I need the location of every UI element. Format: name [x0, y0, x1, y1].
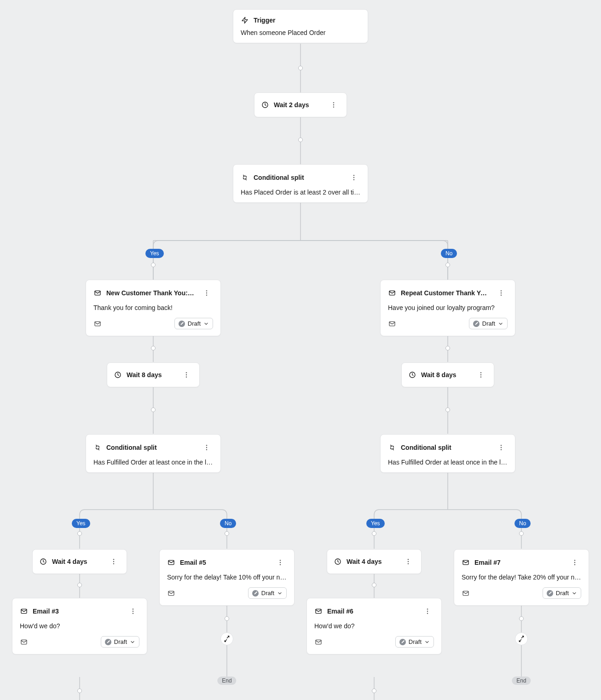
chevron-down-icon: [277, 591, 283, 596]
svg-point-40: [480, 376, 481, 377]
add-step-dot[interactable]: [445, 346, 450, 350]
svg-marker-15: [242, 17, 248, 23]
more-button[interactable]: [127, 605, 139, 618]
svg-point-25: [206, 293, 207, 293]
svg-point-20: [353, 175, 354, 176]
mail-icon: [314, 638, 323, 646]
more-button[interactable]: [495, 441, 508, 454]
clock-icon: [408, 371, 416, 379]
email-card-repeat-customer[interactable]: Repeat Customer Thank You:… Have you joi…: [380, 280, 515, 336]
more-button[interactable]: [327, 98, 340, 111]
trigger-subtext: When someone Placed Order: [241, 29, 360, 36]
svg-point-62: [574, 562, 575, 563]
mail-icon: [93, 320, 102, 328]
svg-point-24: [206, 290, 207, 291]
email-card-new-customer[interactable]: New Customer Thank You:… Thank you for c…: [86, 280, 221, 336]
email-subtext: How'd we do?: [314, 622, 434, 630]
more-button[interactable]: [200, 287, 213, 299]
add-step-dot[interactable]: [298, 138, 303, 142]
email-title: Repeat Customer Thank You:…: [401, 289, 490, 297]
email-card-3[interactable]: Email #3 How'd we do? Draft: [12, 598, 147, 654]
chevron-down-icon: [130, 639, 135, 645]
svg-point-67: [133, 611, 133, 612]
conditional-split-card[interactable]: Conditional split Has Fulfilled Order at…: [86, 434, 221, 473]
split-subtext: Has Fulfilled Order at least once in the…: [388, 459, 508, 466]
clock-icon: [39, 557, 47, 566]
add-step-dot[interactable]: [77, 583, 82, 587]
add-step-dot[interactable]: [445, 407, 450, 412]
add-step-dot[interactable]: [372, 583, 376, 587]
status-select[interactable]: Draft: [469, 318, 508, 329]
more-button[interactable]: [474, 368, 487, 381]
status-select[interactable]: Draft: [395, 636, 434, 648]
more-button[interactable]: [402, 555, 415, 568]
add-step-dot[interactable]: [372, 531, 376, 536]
more-button[interactable]: [107, 555, 120, 568]
split-title: Conditional split: [401, 444, 490, 451]
wait-title: Wait 8 days: [127, 371, 175, 379]
email-card-6[interactable]: Email #6 How'd we do? Draft: [306, 598, 442, 654]
add-step-dot[interactable]: [77, 689, 82, 693]
svg-point-41: [206, 445, 207, 446]
add-step-dot[interactable]: [445, 263, 450, 267]
more-button[interactable]: [568, 556, 581, 569]
svg-point-22: [353, 179, 354, 180]
svg-point-46: [501, 449, 502, 450]
more-button[interactable]: [180, 368, 193, 381]
add-step-dot[interactable]: [151, 263, 156, 267]
status-select[interactable]: Draft: [248, 587, 287, 599]
wait-card[interactable]: Wait 4 days: [32, 549, 127, 574]
email-subtext: Thank you for coming back!: [93, 304, 213, 311]
add-step-dot[interactable]: [519, 531, 524, 536]
add-step-dot[interactable]: [519, 616, 524, 621]
branch-badge-no: No: [441, 249, 457, 258]
more-button[interactable]: [274, 556, 287, 569]
email-title: Email #5: [180, 559, 269, 566]
conditional-split-card[interactable]: Conditional split Has Placed Order is at…: [233, 164, 368, 203]
svg-point-35: [186, 374, 187, 375]
add-step-dot[interactable]: [298, 66, 303, 70]
add-step-dot[interactable]: [151, 407, 156, 412]
more-button[interactable]: [347, 171, 360, 184]
branch-badge-yes: Yes: [145, 249, 164, 258]
status-label: Draft: [114, 638, 127, 645]
svg-point-54: [280, 564, 281, 565]
wait-card[interactable]: Wait 8 days: [401, 362, 494, 387]
more-button[interactable]: [421, 605, 434, 618]
svg-point-29: [501, 290, 502, 291]
svg-point-34: [186, 372, 187, 373]
conditional-split-card[interactable]: Conditional split Has Fulfilled Order at…: [380, 434, 515, 473]
split-icon: [241, 173, 249, 182]
svg-point-18: [333, 104, 334, 105]
svg-point-17: [333, 102, 334, 103]
email-card-5[interactable]: Email #5 Sorry for the delay! Take 10% o…: [159, 549, 295, 606]
status-select[interactable]: Draft: [543, 587, 581, 599]
add-step-dot[interactable]: [225, 616, 229, 621]
add-step-dot[interactable]: [372, 689, 376, 693]
svg-point-68: [133, 613, 133, 614]
wait-card[interactable]: Wait 8 days: [107, 362, 200, 387]
email-subtext: Have you joined our loyalty program?: [388, 304, 508, 311]
svg-point-38: [480, 372, 481, 373]
add-step-dot[interactable]: [225, 531, 229, 536]
split-title: Conditional split: [254, 174, 343, 181]
status-label: Draft: [556, 590, 569, 597]
status-select[interactable]: Draft: [101, 636, 139, 648]
branch-badge-no: No: [220, 519, 236, 528]
more-button[interactable]: [200, 441, 213, 454]
wait-card[interactable]: Wait 2 days: [254, 92, 347, 117]
branch-badge-yes: Yes: [366, 519, 385, 528]
add-step-dot[interactable]: [77, 531, 82, 536]
add-step-dot[interactable]: [151, 346, 156, 350]
trigger-title: Trigger: [254, 17, 360, 24]
split-icon: [93, 443, 102, 452]
svg-point-61: [574, 560, 575, 561]
status-dot-icon: [105, 639, 111, 645]
wait-card[interactable]: Wait 4 days: [327, 549, 422, 574]
email-card-7[interactable]: Email #7 Sorry for the delay! Take 20% o…: [454, 549, 589, 606]
svg-point-71: [427, 608, 428, 609]
trigger-card[interactable]: Trigger When someone Placed Order: [233, 9, 368, 43]
svg-point-26: [206, 294, 207, 295]
more-button[interactable]: [495, 287, 508, 299]
status-select[interactable]: Draft: [174, 318, 213, 329]
